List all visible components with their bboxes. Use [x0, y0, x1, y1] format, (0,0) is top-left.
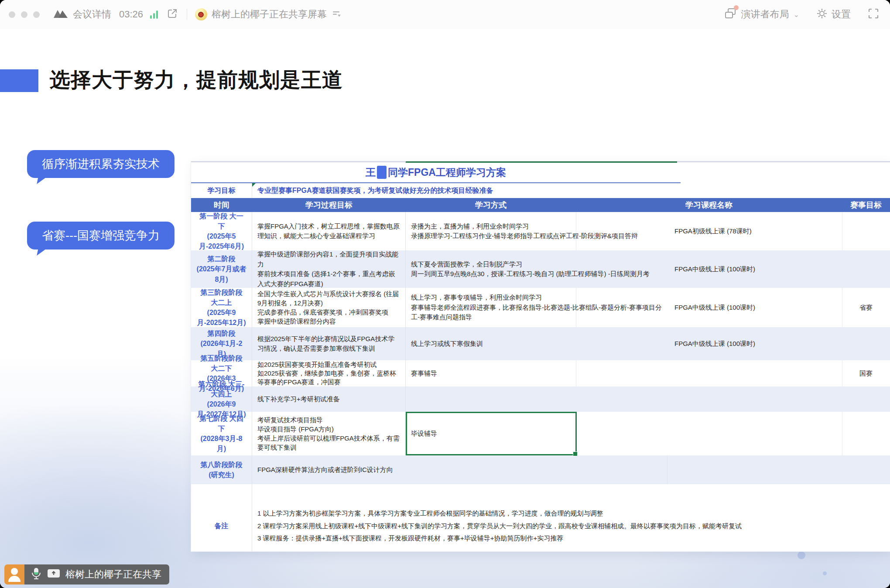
table-row: 第三阶段阶段 大二上 (2025年9月-2025年12月) 全国大学生嵌入式芯片…: [191, 288, 890, 327]
meeting-topbar: 会议详情 03:26 榕树上的椰子正在共享屏幕: [0, 0, 890, 29]
sharing-pill-label: 榕树上的椰子正在共享: [65, 568, 161, 581]
stage-time: 第八阶段阶段 (研究生): [191, 455, 252, 484]
window-controls[interactable]: [9, 11, 40, 18]
course-name: FPGA中级线上课 (100课时): [668, 288, 842, 327]
decor-dot: [823, 571, 827, 575]
col-header-goal: 学习过程目标: [252, 198, 406, 212]
selection-top-line: [406, 161, 677, 163]
callout-bubble-1: 循序渐进积累夯实技术: [27, 150, 175, 178]
course-name: FPGA初级线上课 (78课时): [668, 212, 842, 250]
competition-target: 省赛: [842, 288, 890, 327]
window-minimize-button[interactable]: [21, 11, 27, 18]
layout-icon: [724, 7, 737, 22]
stage-goal: FPGA深耕硬件算法方向或者进阶到IC设计方向: [252, 455, 668, 484]
layout-selector-button[interactable]: 演讲者布局 ⌄: [741, 8, 799, 21]
col-header-time: 时间: [191, 198, 252, 212]
col-header-course: 学习课程名称: [576, 198, 842, 212]
network-signal-icon: [150, 10, 158, 19]
course-name: FPGA中级线上课 (100课时): [668, 327, 842, 360]
sharing-indicator-body: 榕树上的椰子正在共享: [24, 564, 169, 585]
window-zoom-button[interactable]: [33, 11, 40, 18]
slide-title-accent-bar: [0, 69, 38, 92]
meeting-details-label: 会议详情: [73, 8, 111, 21]
sharer-avatar-icon: [4, 564, 24, 585]
step-watermark: STEP 03: [79, 304, 146, 319]
empty-row: [191, 484, 890, 501]
stage-time: 第六阶段 大三-大四上 (2026年9月-2027年12月): [191, 386, 252, 412]
learning-method: [406, 386, 668, 412]
learning-method: 线下夏令营面授教学，全日制脱产学习 周一到周五早9点晚8点30，授课-工程练习-…: [406, 250, 668, 288]
competition-target: [842, 412, 890, 455]
learning-method: 录播为主，直播为辅，利用业余时间学习 录播原理学习-工程练习作业-辅导老师指导工…: [406, 212, 668, 250]
table-row: 第四阶段 (2026年1月-2月) 根据2025年下半年的比赛情况以及FPGA技…: [191, 327, 890, 360]
stage-goal: 根据2025年下半年的比赛情况以及FPGA技术学习情况，确认是否需要参加寒假线下…: [252, 327, 406, 360]
sharing-indicator-pill[interactable]: 榕树上的椰子正在共享: [4, 564, 169, 585]
table-title-row: 王同学FPGA工程师学习方案: [191, 162, 890, 183]
share-window-icon[interactable]: [167, 8, 178, 21]
competition-target: [842, 327, 890, 360]
settings-label: 设置: [832, 8, 851, 21]
meeting-timer: 03:26: [119, 9, 143, 20]
col-header-method: 学习方式: [406, 198, 576, 212]
notification-dot: [734, 5, 739, 10]
screen-share-icon: [47, 568, 60, 581]
notes-row: 备注 1 以上学习方案为初步框架学习方案，具体学习方案专业工程师会根据同学的基础…: [191, 501, 890, 551]
sharing-status-text: 榕树上的椰子正在共享屏幕: [212, 8, 327, 21]
slide-title: 选择大于努力，提前规划是王道: [50, 66, 343, 94]
presenter-avatar: [195, 8, 207, 21]
study-plan-table: 王同学FPGA工程师学习方案 学习目标 专业型赛事FPGA赛道获国赛奖项，为考研…: [191, 161, 890, 551]
notes-label: 备注: [191, 501, 252, 551]
microphone-icon: [31, 567, 42, 582]
student-surname: 王: [366, 166, 376, 179]
competition-target: [842, 455, 890, 484]
meeting-details-button[interactable]: 会议详情: [73, 8, 111, 21]
table-title-text: 同学FPGA工程师学习方案: [388, 166, 506, 179]
settings-button[interactable]: 设置: [816, 7, 851, 21]
window-close-button[interactable]: [9, 11, 15, 18]
stage-time: 第三阶段阶段 大二上 (2025年9月-2025年12月): [191, 288, 252, 327]
chevron-down-icon: ⌄: [794, 10, 799, 19]
stage-goal: 考研复试技术项目指导 毕设项目指导 (FPGA方向) 考研上岸后读研前可以梳理F…: [252, 412, 406, 455]
goal-text: 专业型赛事FPGA赛道获国赛奖项，为考研复试做好充分的技术项目经验准备: [252, 183, 890, 198]
competition-target: [842, 386, 890, 412]
learning-method: 线上学习，赛事专项辅导，利用业余时间学习 赛事辅导老师全流程跟进赛事，比赛报名指…: [406, 288, 668, 327]
topbar-divider: [187, 9, 187, 20]
stage-time: 第七阶段 大四下 (2028年3月-8月): [191, 412, 252, 455]
course-name: FPGA中级线上课 (100课时): [668, 250, 842, 288]
stage-goal: 掌握FPGA入门技术，树立工程思维，掌握数电原理知识，赋能大二核心专业基础课程学…: [252, 212, 406, 250]
competition-target: [842, 212, 890, 250]
stage-goal: 如2025获国赛奖项开始重点准备考研初试 如2025获省赛，继续参加电赛，集创赛…: [252, 360, 406, 386]
stage-goal: 线下补充学习+考研初试准备: [252, 386, 406, 412]
table-row: 第八阶段阶段 (研究生) FPGA深耕硬件算法方向或者进阶到IC设计方向: [191, 455, 890, 484]
learning-method: 线上学习或线下寒假集训: [406, 327, 668, 360]
competition-target: 国赛: [842, 360, 890, 386]
table-row: 第一阶段 大一下 (2025年5月-2025年6月) 掌握FPGA入门技术，树立…: [191, 212, 890, 250]
table-header-row: 时间 学习过程目标 学习方式 学习课程名称 赛事目标: [191, 198, 890, 212]
table-title: 王同学FPGA工程师学习方案: [191, 162, 681, 183]
stage-goal: 全国大学生嵌入式芯片与系统设计大赛报名 (往届9月初报名，12月决赛) 完成参赛…: [252, 288, 406, 327]
table-row: 第二阶段 (2025年7月或者8月) 掌握中级进阶课部分内容1，全面提升项目实战…: [191, 250, 890, 288]
learning-method: 赛事辅导: [406, 360, 668, 386]
fullscreen-button[interactable]: [867, 7, 880, 21]
redacted-name-box: [377, 166, 387, 179]
meeting-app-logo-icon: [53, 8, 68, 21]
competition-target: [842, 250, 890, 288]
stage-time: 第一阶段 大一下 (2025年5月-2025年6月): [191, 212, 252, 250]
table-row: 第六阶段 大三-大四上 (2026年9月-2027年12月) 线下补充学习+考研…: [191, 386, 890, 412]
course-name: [668, 386, 842, 412]
shared-screen-view: 选择大于努力，提前规划是王道 循序渐进积累夯实技术 省赛---国赛增强竞争力 S…: [0, 29, 890, 588]
table-row: 第五阶段阶段 大二下 (2026年3月-2026年6月) 如2025获国赛奖项开…: [191, 360, 890, 386]
callout-bubble-2: 省赛---国赛增强竞争力: [27, 222, 175, 250]
cell-selection-outline: [406, 412, 577, 455]
layout-label: 演讲者布局: [741, 8, 789, 21]
sharing-options-icon[interactable]: [331, 8, 342, 21]
course-name: [668, 455, 842, 484]
course-name: [668, 412, 842, 455]
course-name: [668, 360, 842, 386]
stage-time: 第二阶段 (2025年7月或者8月): [191, 250, 252, 288]
col-header-target: 赛事目标: [842, 198, 890, 212]
stage-goal: 掌握中级进阶课部分内容1，全面提升项目实战能力 赛前技术项目准备 (选择1-2个…: [252, 250, 406, 288]
decor-dot: [798, 551, 805, 559]
goal-label: 学习目标: [191, 183, 252, 198]
notes-text: 1 以上学习方案为初步框架学习方案，具体学习方案专业工程师会根据同学的基础情况，…: [252, 501, 876, 551]
